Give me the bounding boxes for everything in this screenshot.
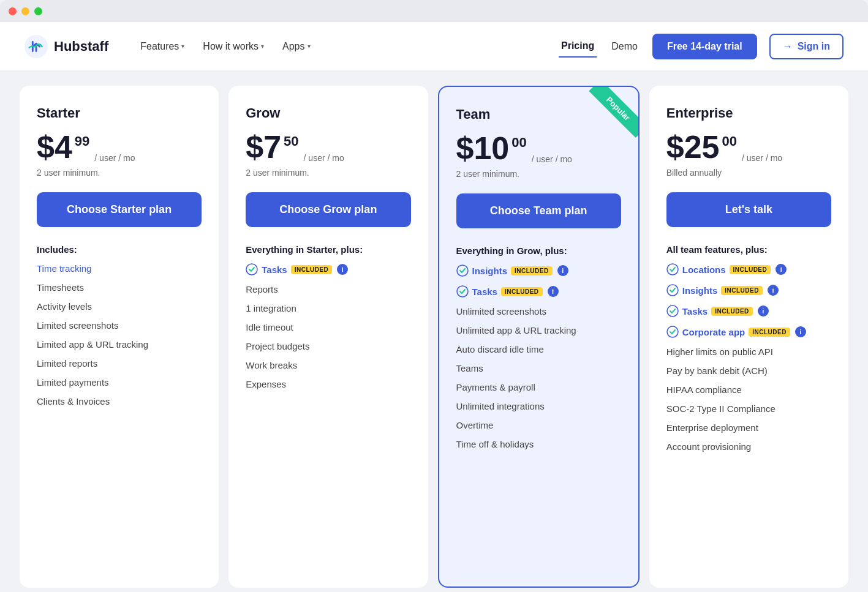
list-item: Insights INCLUDED i — [456, 264, 621, 277]
insights-info-icon[interactable]: i — [768, 285, 779, 296]
grow-price-period: / user / mo — [304, 153, 344, 163]
chevron-down-icon: ▾ — [308, 43, 311, 50]
close-button[interactable] — [9, 7, 17, 15]
signin-arrow-icon: → — [783, 41, 793, 52]
grow-plan-card: Grow $7 50 / user / mo 2 user minimum. C… — [228, 86, 428, 588]
list-item: Account provisioning — [666, 441, 831, 452]
minimize-button[interactable] — [21, 7, 29, 15]
tasks-info-icon[interactable]: i — [337, 264, 348, 275]
svg-point-5 — [667, 285, 678, 296]
list-item: Limited screenshots — [37, 320, 202, 331]
list-item: Expenses — [246, 379, 410, 389]
choose-starter-button[interactable]: Choose Starter plan — [37, 192, 202, 227]
list-item: Limited reports — [37, 358, 202, 369]
svg-point-2 — [457, 265, 468, 276]
choose-grow-button[interactable]: Choose Grow plan — [246, 192, 410, 227]
sign-in-button[interactable]: → Sign in — [769, 34, 843, 59]
tasks-info-icon[interactable]: i — [548, 286, 559, 297]
list-item: Clients & Invoices — [37, 396, 202, 407]
list-item: 1 integration — [246, 303, 410, 313]
list-item: Time off & holidays — [456, 439, 621, 449]
team-price-note: 2 user minimum. — [456, 169, 621, 179]
team-price-period: / user / mo — [532, 154, 572, 164]
starter-price-cents: 99 — [75, 133, 89, 149]
starter-includes-label: Includes: — [37, 244, 202, 255]
titlebar — [0, 0, 868, 22]
corporate-app-info-icon[interactable]: i — [795, 326, 806, 337]
enterprise-plan-card: Enterprise $25 00 / user / mo Billed ann… — [649, 86, 848, 588]
grow-feature-list: Tasks INCLUDED i Reports 1 integration I… — [246, 263, 410, 389]
tasks-info-icon[interactable]: i — [758, 305, 769, 317]
list-item: Unlimited screenshots — [456, 306, 621, 317]
insights-icon — [456, 264, 469, 277]
logo[interactable]: Hubstaff — [25, 35, 108, 58]
list-item: Higher limits on public API — [666, 347, 831, 357]
tasks-icon — [666, 305, 679, 317]
enterprise-price-cents: 00 — [722, 133, 737, 149]
starter-price-note: 2 user minimum. — [37, 168, 202, 178]
popular-badge: Popular — [577, 87, 638, 148]
list-item: Auto discard idle time — [456, 344, 621, 354]
svg-point-3 — [457, 286, 468, 297]
maximize-button[interactable] — [34, 7, 42, 15]
enterprise-price-period: / user / mo — [742, 153, 782, 163]
team-price-main: $10 — [456, 132, 510, 164]
starter-price-main: $4 — [37, 131, 72, 163]
tasks-included-tag: INCLUDED — [291, 265, 333, 274]
team-feature-list: Insights INCLUDED i Tasks INCLUDED i Unl… — [456, 264, 621, 449]
list-item: HIPAA compliance — [666, 384, 831, 395]
nav-pricing[interactable]: Pricing — [559, 36, 597, 58]
list-item: Timesheets — [37, 282, 202, 293]
list-item: Work breaks — [246, 360, 410, 370]
insights-included-tag: INCLUDED — [721, 286, 763, 295]
enterprise-feature-list: Locations INCLUDED i Insights INCLUDED i — [666, 263, 831, 452]
svg-point-1 — [246, 264, 257, 275]
popular-label: Popular — [589, 87, 638, 138]
list-item: Payments & payroll — [456, 382, 621, 392]
enterprise-price-main: $25 — [666, 131, 720, 163]
enterprise-price-note: Billed annually — [666, 168, 831, 178]
tasks-icon — [246, 263, 258, 275]
nav-right: Pricing Demo Free 14-day trial → Sign in — [559, 34, 843, 59]
list-item: Teams — [456, 363, 621, 373]
insights-icon — [666, 284, 679, 296]
list-item: Tasks INCLUDED i — [666, 305, 831, 317]
starter-price-period: / user / mo — [94, 153, 135, 163]
free-trial-button[interactable]: Free 14-day trial — [652, 34, 757, 59]
team-includes-label: Everything in Grow, plus: — [456, 245, 621, 256]
tasks-icon — [456, 285, 469, 298]
insights-info-icon[interactable]: i — [557, 265, 568, 276]
team-plan-card: Popular Team $10 00 / user / mo 2 user m… — [438, 86, 640, 588]
list-item: Pay by bank debit (ACH) — [666, 365, 831, 376]
grow-price-cents: 50 — [284, 133, 298, 149]
choose-team-button[interactable]: Choose Team plan — [456, 193, 621, 228]
starter-price-row: $4 99 / user / mo — [37, 131, 202, 163]
nav-how-it-works[interactable]: How it works ▾ — [195, 36, 271, 57]
enterprise-plan-name: Enterprise — [666, 105, 831, 121]
starter-feature-list: Time tracking Timesheets Activity levels… — [37, 263, 202, 407]
nav-features[interactable]: Features ▾ — [133, 36, 192, 57]
list-item: Enterprise deployment — [666, 422, 831, 433]
list-item: Idle timeout — [246, 322, 410, 332]
tasks-included-tag: INCLUDED — [501, 287, 543, 296]
insights-included-tag: INCLUDED — [511, 266, 553, 275]
svg-point-4 — [667, 264, 678, 275]
logo-text: Hubstaff — [54, 39, 108, 54]
locations-info-icon[interactable]: i — [776, 264, 787, 275]
list-item: Tasks INCLUDED i — [456, 285, 621, 298]
nav-apps[interactable]: Apps ▾ — [275, 36, 317, 57]
list-item: Tasks INCLUDED i — [246, 263, 410, 275]
grow-price-note: 2 user minimum. — [246, 168, 410, 178]
tasks-included-tag: INCLUDED — [711, 307, 753, 316]
app-window: Hubstaff Features ▾ How it works ▾ Apps … — [0, 0, 868, 592]
list-item: Time tracking — [37, 263, 202, 274]
list-item: Insights INCLUDED i — [666, 284, 831, 296]
navbar: Hubstaff Features ▾ How it works ▾ Apps … — [0, 22, 868, 71]
nav-demo[interactable]: Demo — [609, 36, 640, 57]
lets-talk-button[interactable]: Let's talk — [666, 192, 831, 227]
locations-icon — [666, 263, 679, 275]
pricing-section: Starter $4 99 / user / mo 2 user minimum… — [0, 71, 868, 592]
list-item: SOC-2 Type II Compliance — [666, 403, 831, 414]
list-item: Reports — [246, 284, 410, 294]
grow-includes-label: Everything in Starter, plus: — [246, 244, 410, 255]
